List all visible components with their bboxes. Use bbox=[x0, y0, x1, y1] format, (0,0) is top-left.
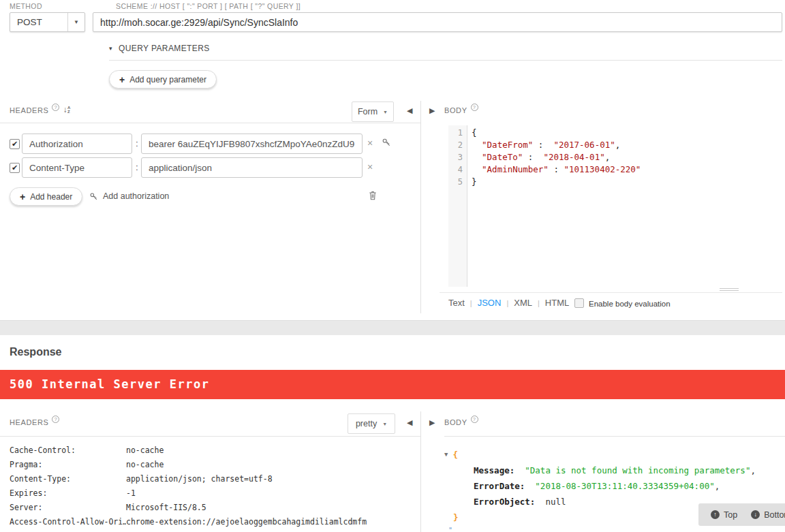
remove-header-icon[interactable]: × bbox=[367, 161, 373, 172]
request-headers-title-text: HEADERS bbox=[10, 106, 48, 114]
add-query-parameter-button[interactable]: + Add query parameter bbox=[109, 70, 217, 89]
headers-view-mode-value: Form bbox=[358, 107, 378, 116]
help-icon[interactable]: ? bbox=[52, 104, 59, 111]
request-body-title-text: BODY bbox=[444, 106, 467, 114]
scroll-buttons: ↑ Top ↓ Bottom bbox=[698, 503, 785, 526]
rest-client-app: METHOD SCHEME :// HOST [ ":" PORT ] [ PA… bbox=[0, 0, 785, 532]
scroll-bottom-button[interactable]: ↓ Bottom bbox=[745, 510, 785, 520]
collapse-headers-panel-arrow[interactable]: ◀ bbox=[407, 106, 412, 115]
header-value-input[interactable] bbox=[141, 157, 363, 178]
response-header-row: Access-Control-Allow-Ori…chrome-extensio… bbox=[10, 515, 412, 529]
scroll-top-button[interactable]: ↑ Top bbox=[705, 510, 743, 520]
header-value-input[interactable] bbox=[141, 134, 363, 154]
header-name-input[interactable] bbox=[22, 157, 132, 178]
method-value: POST bbox=[10, 17, 67, 27]
editor-resize-handle[interactable] bbox=[720, 287, 739, 291]
response-header-row: Server:Microsoft-IIS/8.5 bbox=[10, 501, 412, 515]
enable-body-evaluation-checkbox[interactable] bbox=[574, 298, 584, 308]
line-number: 4 bbox=[448, 163, 463, 176]
response-body-underline bbox=[444, 436, 785, 437]
editor-code[interactable]: { "DateFrom" : "2017-06-01", "DateTo" : … bbox=[472, 127, 782, 188]
help-icon[interactable]: ? bbox=[471, 416, 478, 423]
method-label: METHOD bbox=[10, 2, 42, 10]
section-separator bbox=[0, 320, 785, 335]
response-header-value: Microsoft-IIS/8.5 bbox=[126, 503, 206, 512]
help-icon[interactable]: ? bbox=[471, 104, 478, 111]
response-header-name: Access-Control-Allow-Ori… bbox=[10, 515, 126, 529]
tab-separator: | bbox=[538, 299, 540, 307]
tab-xml[interactable]: XML bbox=[514, 298, 532, 308]
enable-body-evaluation-label: Enable body evaluation bbox=[589, 300, 671, 308]
key-icon bbox=[89, 192, 98, 201]
collapse-response-headers-arrow[interactable]: ◀ bbox=[407, 418, 412, 427]
json-key: ErrorDate: bbox=[474, 481, 525, 491]
scroll-top-label: Top bbox=[724, 510, 737, 520]
request-headers-title: HEADERS ? ↓ A Z bbox=[10, 106, 71, 114]
headers-view-mode-select[interactable]: Form ▼ bbox=[352, 101, 394, 122]
editor-bottom-border bbox=[440, 292, 782, 293]
request-headers-underline bbox=[0, 123, 420, 123]
triangle-down-icon: ▾ bbox=[109, 45, 112, 52]
collapse-toggle-icon[interactable]: ▼ bbox=[444, 451, 448, 458]
response-header-value: application/json; charset=utf-8 bbox=[126, 474, 273, 484]
plus-icon: + bbox=[20, 191, 25, 202]
response-header-name: Cache-Control: bbox=[10, 443, 126, 458]
delete-headers-icon[interactable] bbox=[368, 190, 378, 204]
header-enabled-checkbox[interactable]: ✔ bbox=[10, 163, 20, 173]
request-body-editor[interactable]: 1 2 3 4 5 { "DateFrom" : "2017-06-01", "… bbox=[448, 125, 782, 287]
response-section-title: Response bbox=[10, 346, 61, 358]
expand-body-panel-arrow[interactable]: ▶ bbox=[429, 106, 435, 115]
method-select[interactable]: POST ▼ bbox=[10, 12, 85, 32]
expand-response-body-arrow[interactable]: ▶ bbox=[429, 418, 435, 427]
status-banner: 500 Internal Server Error bbox=[0, 370, 785, 399]
header-enabled-checkbox[interactable]: ✔ bbox=[10, 139, 20, 149]
chevron-down-icon: ▼ bbox=[382, 422, 387, 426]
response-header-name: Pragma: bbox=[10, 458, 126, 472]
scroll-bottom-label: Bottom bbox=[764, 510, 785, 520]
chevron-down-icon[interactable]: ▼ bbox=[67, 13, 84, 31]
response-view-mode-value: pretty bbox=[356, 419, 377, 428]
query-divider bbox=[109, 60, 782, 61]
url-input[interactable] bbox=[93, 12, 782, 32]
sort-headers-icon[interactable]: ↓ A Z bbox=[63, 105, 71, 114]
tab-text[interactable]: Text bbox=[448, 298, 465, 308]
key-icon[interactable] bbox=[382, 138, 391, 150]
tab-json[interactable]: JSON bbox=[478, 298, 502, 308]
response-header-value: chrome-extension://aejoelaoggembcahagimd… bbox=[126, 517, 367, 527]
response-headers-title: HEADERS ? bbox=[10, 418, 59, 426]
query-parameters-title: QUERY PARAMETERS bbox=[119, 44, 210, 53]
json-close-brace: } bbox=[453, 512, 459, 522]
response-header-row: Cache-Control:no-cache bbox=[10, 443, 412, 458]
json-key: ErrorObject: bbox=[474, 497, 535, 507]
add-header-button[interactable]: + Add header bbox=[10, 187, 82, 206]
json-entry: ErrorDate: "2018-08-30T13:11:40.3334359+… bbox=[444, 478, 785, 494]
chevron-down-icon: ▼ bbox=[383, 110, 388, 114]
response-header-row: Expires:-1 bbox=[10, 486, 412, 501]
json-value: "2018-08-30T13:11:40.3334359+04:00" bbox=[535, 481, 714, 491]
url-scheme-label: SCHEME :// HOST [ ":" PORT ] [ PATH [ "?… bbox=[116, 2, 301, 10]
response-headers-view-mode-select[interactable]: pretty ▼ bbox=[348, 413, 395, 434]
add-authorization-label: Add authorization bbox=[103, 191, 169, 201]
response-headers-underline bbox=[0, 436, 420, 437]
help-icon[interactable]: ? bbox=[52, 416, 59, 423]
json-open-brace: { bbox=[452, 450, 458, 460]
add-header-label: Add header bbox=[30, 192, 72, 202]
tab-html[interactable]: HTML bbox=[545, 298, 569, 308]
line-number: 3 bbox=[448, 151, 463, 163]
response-headers-title-text: HEADERS bbox=[10, 418, 48, 426]
editor-line-numbers: 1 2 3 4 5 bbox=[448, 125, 467, 287]
response-body-title-text: BODY bbox=[444, 418, 467, 426]
json-open-line: ▼{ bbox=[444, 447, 785, 463]
clipped-json-content: " bbox=[448, 527, 452, 532]
arrow-up-circle-icon: ↑ bbox=[711, 510, 720, 519]
arrow-down-circle-icon: ↓ bbox=[751, 510, 760, 519]
tab-separator: | bbox=[506, 299, 508, 307]
request-panel-divider bbox=[420, 101, 421, 313]
header-name-input[interactable] bbox=[22, 134, 132, 154]
add-authorization-link[interactable]: Add authorization bbox=[89, 191, 169, 201]
line-number: 1 bbox=[448, 127, 463, 139]
response-header-name: Content-Type: bbox=[10, 472, 126, 486]
remove-header-icon[interactable]: × bbox=[367, 138, 373, 148]
json-entry: Message: "Data is not found with incomin… bbox=[444, 463, 785, 478]
query-parameters-toggle[interactable]: ▾ QUERY PARAMETERS bbox=[109, 44, 210, 53]
